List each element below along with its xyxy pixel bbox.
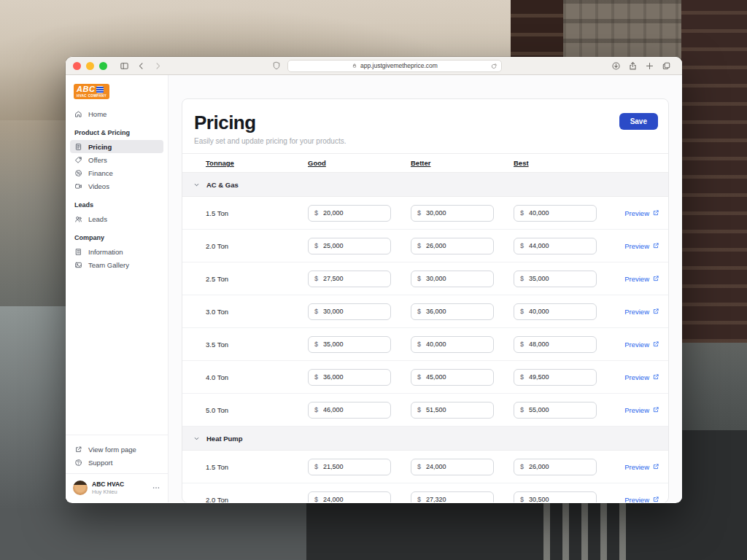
price-value-better[interactable]	[426, 308, 487, 315]
price-value-good[interactable]	[323, 406, 384, 413]
price-input-good[interactable]: $	[308, 205, 391, 222]
currency-symbol: $	[520, 209, 524, 217]
price-value-good[interactable]	[323, 209, 384, 217]
price-value-best[interactable]	[529, 242, 590, 249]
close-window-button[interactable]	[73, 62, 81, 70]
preview-link[interactable]: Preview	[624, 242, 659, 250]
tab-overview-icon[interactable]	[662, 61, 671, 71]
sidebar-item-offers[interactable]: Offers	[70, 153, 163, 166]
price-value-better[interactable]	[426, 406, 487, 413]
price-value-good[interactable]	[323, 496, 384, 502]
sidebar-item-videos[interactable]: Videos	[70, 179, 163, 192]
sidebar-item-home[interactable]: Home	[70, 107, 163, 120]
price-input-best[interactable]: $	[514, 402, 597, 419]
sidebar-item-finance[interactable]: Finance	[70, 166, 163, 179]
price-input-good[interactable]: $	[308, 336, 391, 353]
sidebar-item-pricing[interactable]: Pricing	[70, 140, 163, 153]
price-input-best[interactable]: $	[514, 336, 597, 353]
price-value-best[interactable]	[529, 406, 590, 413]
preview-link[interactable]: Preview	[624, 209, 659, 217]
price-value-good[interactable]	[323, 242, 384, 249]
price-input-good[interactable]: $	[308, 402, 391, 419]
back-icon[interactable]	[136, 61, 146, 71]
price-input-better[interactable]: $	[411, 459, 494, 475]
price-input-better[interactable]: $	[411, 402, 494, 419]
column-header-best[interactable]: Best	[514, 159, 529, 167]
chevron-down-icon[interactable]	[193, 435, 201, 443]
price-input-better[interactable]: $	[411, 271, 494, 287]
preview-link[interactable]: Preview	[624, 406, 659, 414]
price-input-better[interactable]: $	[411, 303, 494, 320]
main-area: Pricing Easily set and update pricing fo…	[169, 75, 682, 502]
price-value-best[interactable]	[529, 275, 590, 282]
price-input-best[interactable]: $	[514, 459, 597, 475]
price-value-better[interactable]	[426, 242, 487, 249]
price-input-good[interactable]: $	[308, 369, 391, 386]
price-input-better[interactable]: $	[411, 205, 494, 222]
price-input-good[interactable]: $	[308, 303, 391, 320]
price-value-good[interactable]	[323, 341, 384, 348]
column-header-tonnage[interactable]: Tonnage	[182, 159, 234, 167]
price-value-good[interactable]	[323, 463, 384, 470]
forward-icon[interactable]	[153, 61, 163, 71]
price-value-good[interactable]	[323, 275, 384, 282]
price-input-good[interactable]: $	[308, 238, 391, 254]
address-bar[interactable]: app.justgivemetheprice.com	[287, 60, 502, 72]
minimize-window-button[interactable]	[86, 62, 94, 70]
price-value-best[interactable]	[529, 463, 590, 470]
sidebar-item-leads[interactable]: Leads	[70, 212, 163, 225]
price-input-good[interactable]: $	[308, 491, 391, 503]
price-value-best[interactable]	[529, 496, 590, 502]
price-input-best[interactable]: $	[514, 491, 597, 503]
sidebar-toggle-icon[interactable]	[120, 61, 129, 71]
group-header-ac-gas[interactable]: AC & Gas	[182, 173, 668, 197]
sidebar-item-information[interactable]: Information	[70, 245, 163, 258]
reload-icon[interactable]	[490, 63, 498, 70]
price-value-best[interactable]	[529, 209, 590, 217]
price-input-better[interactable]: $	[411, 369, 494, 386]
price-value-better[interactable]	[426, 463, 487, 470]
sidebar-item-team-gallery[interactable]: Team Gallery	[70, 258, 163, 271]
pricing-card: Pricing Easily set and update pricing fo…	[182, 98, 669, 502]
preview-link[interactable]: Preview	[624, 373, 659, 381]
price-input-better[interactable]: $	[411, 491, 494, 503]
price-input-good[interactable]: $	[308, 459, 391, 475]
preview-link[interactable]: Preview	[624, 308, 659, 316]
price-input-best[interactable]: $	[514, 238, 597, 254]
footer-item-view-form-page[interactable]: View form page	[70, 443, 163, 456]
downloads-icon[interactable]	[611, 61, 621, 71]
price-value-best[interactable]	[529, 341, 590, 348]
shield-icon[interactable]	[272, 61, 281, 70]
footer-item-support[interactable]: Support	[70, 456, 163, 469]
group-header-heat-pump[interactable]: Heat Pump	[182, 427, 668, 451]
column-header-better[interactable]: Better	[411, 159, 430, 167]
price-value-best[interactable]	[529, 308, 590, 315]
price-value-better[interactable]	[426, 373, 487, 381]
new-tab-icon[interactable]	[645, 61, 654, 71]
preview-link[interactable]: Preview	[624, 496, 659, 503]
share-icon[interactable]	[628, 61, 638, 71]
price-input-better[interactable]: $	[411, 238, 494, 254]
chevron-down-icon[interactable]	[193, 181, 201, 189]
price-value-better[interactable]	[426, 209, 487, 217]
zoom-window-button[interactable]	[99, 62, 107, 70]
price-input-best[interactable]: $	[514, 369, 597, 386]
price-input-best[interactable]: $	[514, 205, 597, 222]
column-header-good[interactable]: Good	[308, 159, 326, 167]
price-input-best[interactable]: $	[514, 303, 597, 320]
account-section[interactable]: ABC HVAC Huy Khieu	[66, 473, 168, 502]
price-value-good[interactable]	[323, 308, 384, 315]
price-value-better[interactable]	[426, 341, 487, 348]
price-input-better[interactable]: $	[411, 336, 494, 353]
price-value-better[interactable]	[426, 496, 487, 502]
price-value-better[interactable]	[426, 275, 487, 282]
price-input-good[interactable]: $	[308, 271, 391, 287]
price-value-good[interactable]	[323, 373, 384, 381]
more-options-icon[interactable]	[152, 483, 160, 492]
preview-link[interactable]: Preview	[624, 275, 659, 283]
price-input-best[interactable]: $	[514, 271, 597, 287]
save-button[interactable]: Save	[619, 113, 658, 130]
preview-link[interactable]: Preview	[624, 463, 659, 471]
preview-link[interactable]: Preview	[624, 341, 659, 349]
price-value-best[interactable]	[529, 373, 590, 381]
